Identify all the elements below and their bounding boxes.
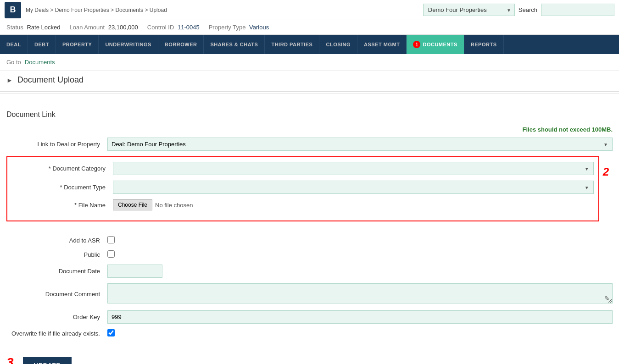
- order-key-input[interactable]: [107, 310, 613, 324]
- loan-value: 23,100,000: [108, 24, 138, 31]
- document-type-row: * Document Type: [12, 181, 594, 194]
- link-to-deal-select[interactable]: Deal: Demo Four Properties: [107, 138, 613, 151]
- add-to-asr-label: Add to ASR: [6, 237, 107, 244]
- control-value: 11-0045: [178, 24, 200, 31]
- nav-item-documents[interactable]: 1DOCUMENTS: [407, 35, 464, 54]
- overwrite-control: [107, 329, 613, 338]
- status-item-property: Property Type Various: [209, 24, 269, 31]
- edit-icon[interactable]: ✎: [604, 295, 610, 302]
- page-header: ► Document Upload: [0, 71, 619, 92]
- nav-item-closing[interactable]: CLOSING: [319, 35, 357, 54]
- step3-badge: 3: [6, 355, 14, 364]
- main-nav: DEALDEBTPROPERTYUNDERWRITINGSBORROWERSHA…: [0, 35, 619, 54]
- control-label: Control ID: [147, 24, 174, 31]
- deal-dropdown[interactable]: Demo Four Properties: [423, 4, 515, 16]
- document-category-label: * Document Category: [12, 165, 113, 172]
- public-control: [107, 250, 613, 259]
- file-input-wrapper: Choose File No file chosen: [113, 199, 594, 210]
- expand-arrow[interactable]: ►: [6, 77, 13, 84]
- status-item-control: Control ID 11-0045: [147, 24, 200, 31]
- add-to-asr-row: Add to ASR: [6, 236, 613, 245]
- files-notice: Files should not exceed 100MB.: [6, 126, 613, 133]
- file-name-label: * File Name: [12, 202, 113, 209]
- document-type-select[interactable]: [113, 181, 594, 194]
- page-title: Document Upload: [17, 75, 84, 85]
- document-comment-textarea[interactable]: [107, 283, 613, 303]
- loan-label: Loan Amount: [69, 24, 105, 31]
- overwrite-checkbox[interactable]: [107, 329, 115, 336]
- status-bar: Status Rate Locked Loan Amount 23,100,00…: [0, 20, 619, 35]
- document-type-control: [113, 181, 594, 194]
- nav-item-shares-chats[interactable]: SHARES & CHATS: [204, 35, 265, 54]
- document-comment-control: ✎: [107, 283, 613, 305]
- nav-item-asset-mgmt[interactable]: ASSET MGMT: [357, 35, 407, 54]
- nav-item-debt[interactable]: DEBT: [28, 35, 56, 54]
- choose-file-button[interactable]: Choose File: [113, 199, 152, 210]
- document-comment-row: Document Comment ✎: [6, 283, 613, 305]
- no-file-text: No file chosen: [155, 202, 193, 209]
- nav-item-underwritings[interactable]: UNDERWRITINGS: [99, 35, 158, 54]
- public-row: Public: [6, 250, 613, 259]
- deal-dropdown-wrapper: Demo Four Properties: [423, 4, 515, 16]
- order-key-row: Order Key: [6, 310, 613, 324]
- document-date-label: Document Date: [6, 268, 107, 275]
- file-name-control: Choose File No file chosen: [113, 199, 594, 210]
- link-to-deal-row: Link to Deal or Property Deal: Demo Four…: [6, 138, 613, 151]
- update-button[interactable]: UPDATE: [23, 357, 72, 364]
- document-category-control: [113, 162, 594, 175]
- status-label: Status: [6, 24, 23, 31]
- status-item-status: Status Rate Locked: [6, 24, 60, 31]
- add-to-asr-control: [107, 236, 613, 245]
- link-to-deal-control: Deal: Demo Four Properties: [107, 138, 613, 151]
- search-input[interactable]: [541, 4, 614, 16]
- page-breadcrumb: Go to Documents: [0, 54, 619, 71]
- required-fields-box: * Document Category * Document Type: [6, 156, 599, 221]
- document-category-row: * Document Category: [12, 162, 594, 175]
- order-key-label: Order Key: [6, 314, 107, 320]
- documents-link[interactable]: Documents: [25, 59, 55, 66]
- document-type-wrapper: [113, 181, 594, 194]
- public-label: Public: [6, 251, 107, 258]
- link-to-deal-label: Link to Deal or Property: [6, 141, 107, 148]
- document-type-label: * Document Type: [12, 184, 113, 191]
- status-item-loan: Loan Amount 23,100,000: [69, 24, 138, 31]
- file-name-row: * File Name Choose File No file chosen: [12, 199, 594, 210]
- top-bar: B My Deals > Demo Four Properties > Docu…: [0, 0, 619, 20]
- deal-selector: Demo Four Properties Search: [423, 4, 614, 16]
- nav-item-property[interactable]: PROPERTY: [56, 35, 99, 54]
- property-label: Property Type: [209, 24, 246, 31]
- order-key-control: [107, 310, 613, 324]
- link-to-deal-wrapper: Deal: Demo Four Properties: [107, 138, 613, 151]
- document-date-row: Document Date: [6, 265, 613, 278]
- document-comment-label: Document Comment: [6, 291, 107, 298]
- public-checkbox[interactable]: [107, 250, 115, 258]
- goto-label: Go to: [6, 59, 21, 66]
- document-date-control: [107, 265, 613, 278]
- overwrite-row: Overwrite file if file already exists.: [6, 329, 613, 338]
- breadcrumb: My Deals > Demo Four Properties > Docume…: [26, 7, 418, 13]
- nav-item-borrower[interactable]: BORROWER: [158, 35, 204, 54]
- nav-item-deal[interactable]: DEAL: [0, 35, 28, 54]
- content: Document Link Files should not exceed 10…: [0, 101, 619, 353]
- property-value: Various: [249, 24, 269, 31]
- search-label: Search: [519, 6, 537, 13]
- document-category-select[interactable]: [113, 162, 594, 175]
- status-value: Rate Locked: [27, 24, 60, 31]
- nav-item-reports[interactable]: REPORTS: [464, 35, 504, 54]
- document-date-input[interactable]: [107, 265, 162, 278]
- step2-badge: 2: [603, 165, 609, 178]
- document-category-wrapper: [113, 162, 594, 175]
- section-title: Document Link: [6, 110, 613, 119]
- overwrite-label: Overwrite file if file already exists.: [6, 330, 107, 337]
- bottom-section: 3 UPDATE: [0, 353, 619, 364]
- app-logo: B: [5, 2, 21, 18]
- nav-item-third-parties[interactable]: THIRD PARTIES: [265, 35, 319, 54]
- add-to-asr-checkbox[interactable]: [107, 236, 115, 243]
- document-comment-wrapper: ✎: [107, 283, 613, 305]
